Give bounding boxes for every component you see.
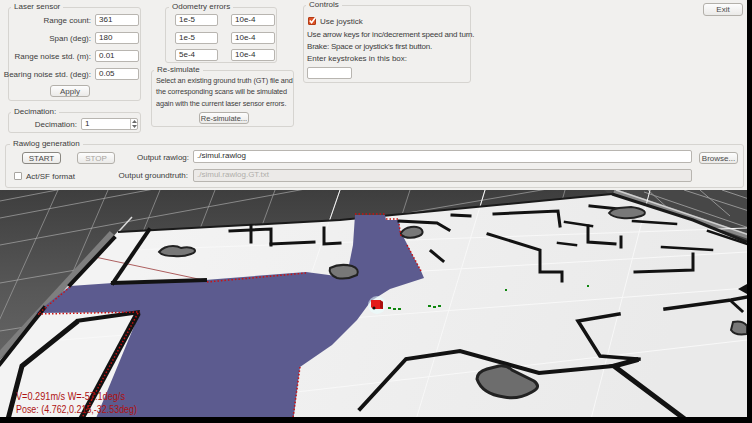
svg-text:Pose: (4.762,0.215,-32.53deg): Pose: (4.762,0.215,-32.53deg) [16,403,137,415]
svg-text:V=0.291m/s W=-57.1deg/s: V=0.291m/s W=-57.1deg/s [16,390,125,402]
